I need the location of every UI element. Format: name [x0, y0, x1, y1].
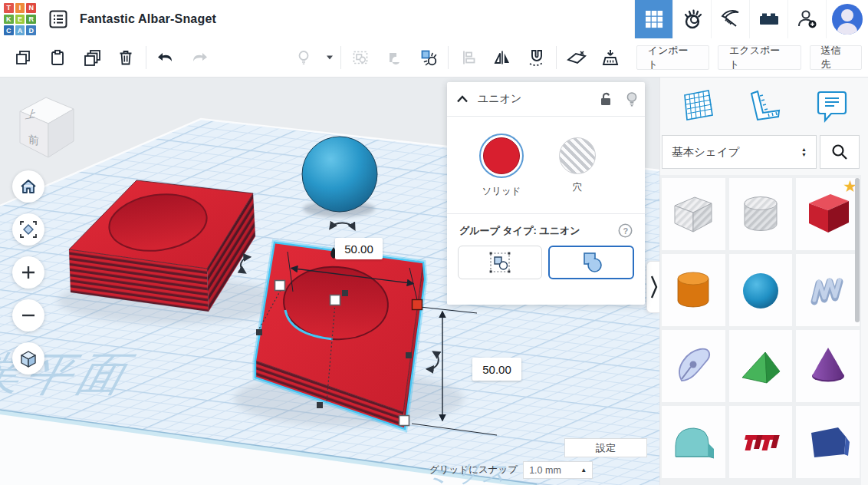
grid-3d-icon	[644, 9, 664, 29]
shape-scribble[interactable]	[662, 330, 725, 402]
duplicate-button[interactable]	[74, 41, 109, 74]
collapse-panel-button[interactable]	[447, 95, 478, 103]
ruler-icon	[747, 88, 782, 124]
ruler-drag-tool[interactable]	[745, 86, 784, 126]
list-menu-icon	[48, 9, 68, 29]
logo-tile: K	[4, 15, 14, 25]
snap-grid-row: グリッドにスナップ 1.0 mm ▲	[429, 461, 593, 479]
group-type-multiselect-button[interactable]	[458, 246, 542, 279]
account-button[interactable]	[826, 0, 868, 38]
redo-icon	[189, 48, 209, 67]
copy-button[interactable]	[6, 41, 41, 74]
ungroup-selected-button[interactable]	[412, 41, 446, 74]
show-all-dropdown[interactable]	[321, 41, 338, 74]
green-roof-thumb	[734, 339, 787, 393]
notes-tool[interactable]	[812, 86, 852, 126]
paste-button[interactable]	[41, 41, 75, 74]
minecraft-export-tab[interactable]	[711, 0, 749, 38]
lock-toggle[interactable]	[593, 91, 619, 107]
shape-cone[interactable]	[796, 330, 860, 402]
svg-text:?: ?	[623, 226, 628, 236]
shape-box[interactable]: ★	[796, 178, 860, 250]
group-type-buttons	[447, 238, 645, 279]
help-icon[interactable]: ?	[618, 223, 633, 238]
3d-viewport[interactable]: 業平面 ミリス	[0, 77, 659, 485]
group-type-label: グループ タイプ: ユニオン	[459, 224, 618, 238]
purple-cone-thumb	[801, 339, 855, 393]
sim-lab-ball-icon	[681, 8, 704, 31]
height-handle[interactable]	[413, 300, 422, 310]
snap-grid-value: 1.0 mm	[529, 465, 561, 476]
dimension-label-height[interactable]: 50.00	[472, 358, 521, 381]
shape-text[interactable]	[729, 406, 793, 478]
sidebar-collapse-handle[interactable]	[646, 261, 659, 313]
shape-round-roof[interactable]	[662, 406, 725, 478]
updown-arrows-icon: ▲▼	[801, 147, 807, 157]
notes-icon	[816, 88, 848, 124]
send-to-button[interactable]: 送信先	[810, 45, 862, 70]
duplicate-icon	[82, 48, 102, 67]
panel-header: ユニオン	[447, 82, 645, 117]
group-type-union-button[interactable]	[548, 246, 634, 279]
ungroup-button[interactable]	[377, 41, 412, 74]
caret-up-icon: ▲	[580, 467, 587, 473]
hole-box-thumb	[666, 187, 720, 241]
perspective-toggle-button[interactable]	[12, 342, 44, 374]
hole-option[interactable]: 穴	[559, 134, 596, 198]
hole-label: 穴	[573, 181, 583, 194]
group-button[interactable]	[344, 41, 378, 74]
view-cube-front-label: 前	[28, 133, 39, 147]
workplane-tool-button[interactable]	[559, 41, 593, 74]
shape-hole-box[interactable]	[662, 178, 725, 250]
shape-search-button[interactable]	[820, 135, 860, 169]
align-icon	[459, 48, 478, 67]
logo-tile: D	[26, 25, 36, 35]
export-button[interactable]: エクスポート	[718, 45, 801, 70]
design-title[interactable]: Fantastic Albar-Snaget	[80, 12, 216, 26]
undo-button[interactable]	[148, 41, 182, 74]
home-view-button[interactable]	[12, 170, 44, 203]
mirror-button[interactable]	[485, 41, 520, 74]
snap-grid-dropdown[interactable]: 1.0 mm ▲	[523, 461, 593, 479]
redo-button[interactable]	[182, 41, 217, 74]
toolbar-separator	[556, 46, 557, 69]
visibility-toggle[interactable]	[619, 91, 645, 107]
tinkercad-logo[interactable]: T I N K E R C A D	[4, 3, 36, 35]
import-button[interactable]: インポート	[636, 45, 709, 70]
ribbon-thumb	[801, 263, 855, 317]
brick-export-tab[interactable]	[749, 0, 787, 38]
shape-category-dropdown[interactable]: 基本シェイプ ▲▼	[662, 135, 817, 169]
dimension-label-width[interactable]: 50.00	[335, 238, 383, 259]
zoom-out-button[interactable]	[12, 299, 44, 332]
minus-icon	[19, 306, 38, 325]
show-all-button[interactable]	[287, 41, 321, 74]
ruler-tool-button[interactable]	[593, 41, 628, 74]
solid-option[interactable]: ソリッド	[479, 134, 524, 198]
blue-sphere[interactable]	[302, 137, 377, 212]
panel-title: ユニオン	[478, 92, 593, 106]
shape-category-row: 基本シェイプ ▲▼	[662, 135, 860, 169]
fit-view-button[interactable]	[12, 213, 44, 246]
gallery-scrollbar[interactable]	[855, 178, 860, 322]
shape-sphere[interactable]	[729, 254, 793, 326]
workplane-drag-tool[interactable]	[677, 86, 717, 126]
collaborate-button[interactable]	[787, 0, 826, 38]
unlock-icon	[599, 91, 613, 107]
shape-scribble-ribbon[interactable]	[796, 254, 860, 326]
group-icon	[351, 48, 370, 67]
snap-magnet-button[interactable]	[520, 41, 554, 74]
3d-design-tab[interactable]	[634, 0, 672, 38]
zoom-in-button[interactable]	[12, 256, 44, 289]
design-menu-button[interactable]	[47, 8, 70, 31]
shape-polygon[interactable]	[796, 406, 860, 478]
align-button[interactable]	[451, 41, 485, 74]
copy-icon	[14, 48, 32, 67]
shape-cylinder[interactable]	[662, 254, 725, 326]
grid-settings-button[interactable]: 設定	[564, 438, 647, 457]
shape-hole-cylinder[interactable]	[729, 178, 793, 250]
sim-lab-tab[interactable]	[672, 0, 711, 38]
plus-icon	[19, 263, 38, 282]
delete-button[interactable]	[109, 41, 143, 74]
view-cube[interactable]: 上 前	[8, 83, 83, 161]
shape-roof[interactable]	[729, 330, 793, 402]
